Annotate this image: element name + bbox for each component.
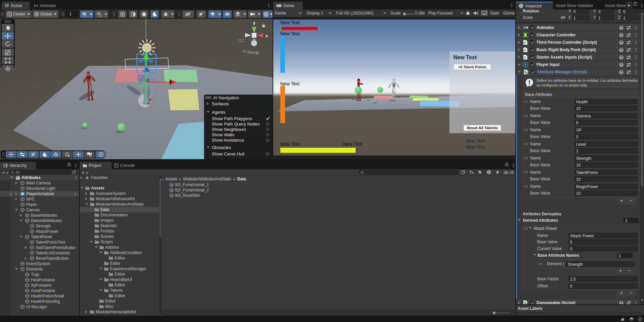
svg-text:x: x bbox=[266, 34, 268, 38]
svg-text:y: y bbox=[253, 21, 255, 25]
svg-text:{}: {} bbox=[170, 195, 173, 198]
svg-text:#: # bbox=[524, 48, 526, 52]
svg-text:2D: 2D bbox=[185, 12, 190, 16]
svg-text:Persp: Persp bbox=[247, 50, 259, 55]
svg-text:{}: {} bbox=[170, 184, 173, 187]
svg-text:#: # bbox=[524, 41, 526, 45]
svg-text:Y: Y bbox=[84, 14, 86, 17]
svg-text:#: # bbox=[524, 56, 526, 60]
svg-text:{}: {} bbox=[170, 189, 173, 192]
